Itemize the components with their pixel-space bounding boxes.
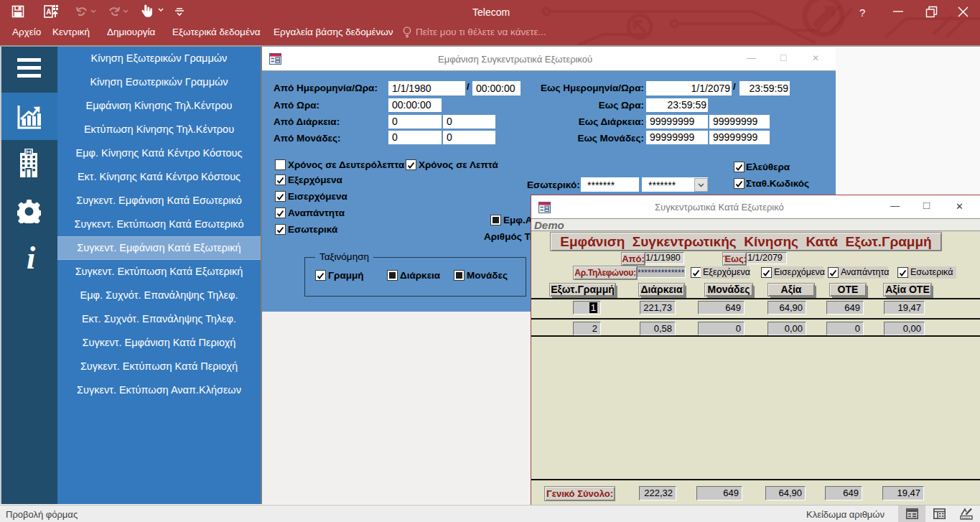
svg-text:A: A xyxy=(46,8,51,16)
